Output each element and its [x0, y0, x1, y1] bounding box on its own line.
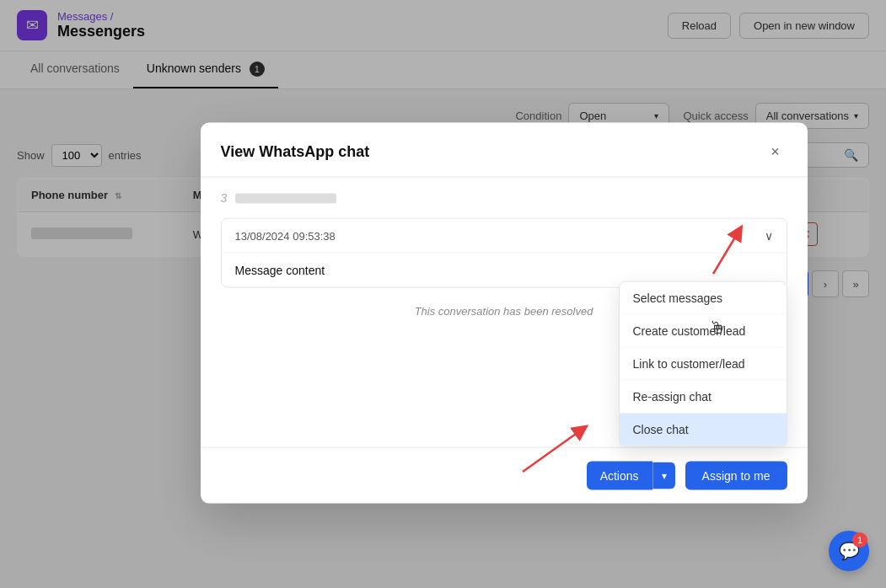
chat-message-block: 13/08/2024 09:53:38 ∨ Message content — [221, 218, 787, 288]
message-timestamp: 13/08/2024 09:53:38 — [235, 229, 336, 242]
chat-number: 3 — [221, 191, 787, 205]
select-messages-item[interactable]: Select messages — [620, 282, 787, 311]
message-content: Message content — [235, 264, 325, 277]
expand-message-button[interactable]: ∨ — [765, 229, 773, 243]
chat-message-header: 13/08/2024 09:53:38 ∨ — [222, 219, 787, 254]
modal-close-button[interactable]: × — [764, 140, 787, 163]
modal-title: View WhatsApp chat — [221, 142, 370, 160]
view-whatsapp-chat-modal: View WhatsApp chat × 3 13/08/2024 09:53:… — [201, 123, 808, 311]
actions-dropdown: Select messages Create customer/lead Lin… — [619, 281, 787, 311]
modal-header: View WhatsApp chat × — [201, 123, 808, 178]
chat-number-blurred — [235, 194, 336, 204]
